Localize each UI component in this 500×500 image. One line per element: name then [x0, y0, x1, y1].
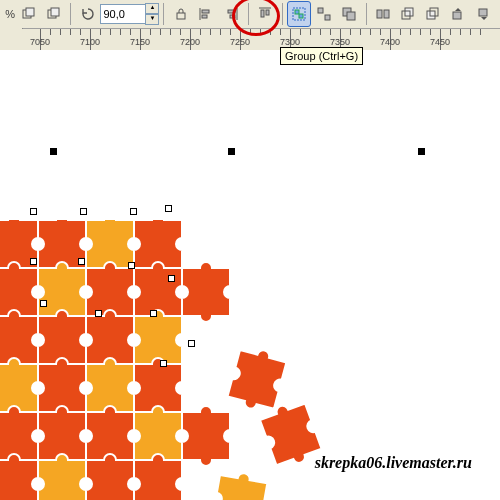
ungroup-icon[interactable] [313, 1, 336, 27]
align-right-icon[interactable] [220, 1, 243, 27]
ruler-tick-label: 7150 [130, 37, 150, 47]
ruler-tick-label: 7200 [180, 37, 200, 47]
separator [70, 3, 71, 25]
svg-rect-17 [318, 8, 323, 13]
svg-rect-1 [26, 8, 34, 16]
combine-icon[interactable] [338, 1, 361, 27]
ruler-tick-label: 7400 [380, 37, 400, 47]
duplicate-icon[interactable] [17, 1, 40, 27]
group-tooltip: Group (Ctrl+G) [280, 47, 363, 65]
node-handle[interactable] [80, 208, 87, 215]
node-handle[interactable] [95, 310, 102, 317]
lock-icon[interactable] [169, 1, 192, 27]
svg-rect-4 [177, 13, 185, 19]
svg-rect-6 [202, 10, 209, 13]
to-front-icon[interactable] [397, 1, 420, 27]
node-handle[interactable] [188, 340, 195, 347]
percent-label-left: % [4, 8, 16, 20]
selection-handle[interactable] [418, 148, 425, 155]
svg-rect-25 [427, 11, 435, 19]
separator [163, 3, 164, 25]
svg-rect-10 [230, 15, 235, 18]
group-icon[interactable] [287, 1, 310, 27]
break-apart-icon[interactable] [372, 1, 395, 27]
puzzle-graphic[interactable] [0, 220, 340, 500]
svg-rect-3 [51, 8, 59, 16]
ruler-tick-label: 7450 [430, 37, 450, 47]
node-handle[interactable] [40, 300, 47, 307]
rotation-input[interactable] [100, 4, 146, 24]
svg-rect-27 [453, 12, 461, 19]
rotation-spinner[interactable]: ▲▼ [145, 3, 159, 25]
drawing-canvas[interactable]: skrepka06.livemaster.ru [0, 50, 500, 500]
separator [366, 3, 367, 25]
svg-rect-21 [377, 10, 382, 18]
separator [282, 3, 283, 25]
node-handle[interactable] [30, 258, 37, 265]
svg-rect-22 [384, 10, 389, 18]
svg-rect-28 [479, 9, 487, 16]
align-top-icon[interactable] [253, 1, 276, 27]
svg-rect-18 [325, 15, 330, 20]
separator [248, 3, 249, 25]
watermark-text: skrepka06.livemaster.ru [315, 454, 472, 472]
svg-rect-7 [202, 15, 207, 18]
svg-rect-15 [295, 10, 299, 14]
svg-rect-12 [261, 10, 264, 17]
node-handle[interactable] [168, 275, 175, 282]
svg-rect-23 [405, 8, 413, 16]
ruler-tick-label: 7250 [230, 37, 250, 47]
horizontal-ruler: 705071007150720072507300735074007450 [0, 29, 500, 52]
node-handle[interactable] [78, 258, 85, 265]
node-handle[interactable] [130, 208, 137, 215]
svg-rect-9 [228, 10, 235, 13]
duplicate-icon[interactable] [42, 1, 65, 27]
rotate-ccw-icon[interactable] [76, 1, 99, 27]
selection-handle[interactable] [228, 148, 235, 155]
ruler-tick-label: 7350 [330, 37, 350, 47]
svg-rect-16 [299, 14, 303, 18]
align-left-icon[interactable] [194, 1, 217, 27]
svg-rect-20 [347, 12, 355, 20]
node-handle[interactable] [165, 205, 172, 212]
selection-handle[interactable] [50, 148, 57, 155]
node-handle[interactable] [128, 262, 135, 269]
to-back-icon[interactable] [422, 1, 445, 27]
property-toolbar: % ▲▼ [0, 0, 500, 29]
svg-rect-13 [266, 10, 269, 15]
back-one-icon[interactable] [472, 1, 495, 27]
node-handle[interactable] [150, 310, 157, 317]
forward-one-icon[interactable] [447, 1, 470, 27]
ruler-tick-label: 7100 [80, 37, 100, 47]
node-handle[interactable] [160, 360, 167, 367]
node-handle[interactable] [30, 208, 37, 215]
ruler-tick-label: 7050 [30, 37, 50, 47]
ruler-tick-label: 7300 [280, 37, 300, 47]
